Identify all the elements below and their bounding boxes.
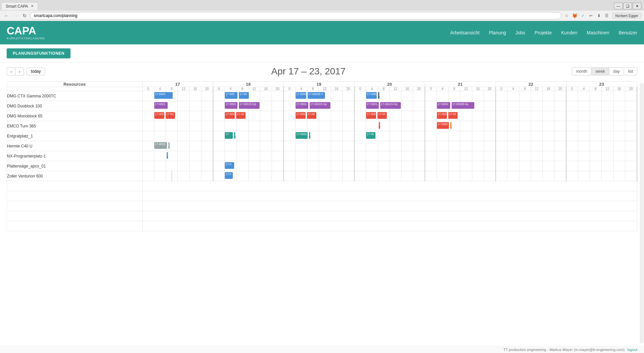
slot (613, 141, 625, 151)
slot (602, 141, 613, 151)
slot (566, 171, 578, 181)
slot (578, 101, 590, 111)
event-block[interactable]: 17-0001 (154, 102, 168, 109)
slot (284, 141, 295, 151)
event-block[interactable]: 17-00015-Gp (239, 102, 260, 109)
close-window-button[interactable]: ✕ (633, 3, 641, 9)
event-block[interactable]: 17-00005-V (308, 92, 325, 99)
planning-functions-button[interactable]: PLANUNGSFUNKTIONEN (7, 48, 70, 58)
event-block[interactable]: 17-0001 (437, 112, 447, 119)
event-block[interactable]: | (379, 122, 380, 129)
slot: 17-000 17-00 (225, 91, 236, 101)
nav-kunden[interactable]: Kunden (561, 30, 577, 35)
reload-button[interactable]: ↻ (21, 12, 28, 19)
event-block[interactable]: 17-000 (225, 92, 237, 99)
h19-16: 16 (331, 87, 342, 91)
today-button[interactable]: today (27, 67, 45, 75)
menu-icon[interactable]: ☰ (604, 12, 610, 19)
slot (201, 111, 213, 121)
h19-20: 20 (342, 87, 354, 91)
prev-period-button[interactable]: ‹ (7, 67, 15, 76)
forward-button[interactable]: → (12, 12, 19, 19)
slot (460, 151, 472, 161)
slot (460, 131, 472, 141)
event-block[interactable]: 17-0000 (437, 122, 449, 129)
url-bar[interactable] (30, 12, 561, 19)
event-block[interactable]: | (309, 132, 310, 139)
event-block[interactable]: 17-00 (307, 112, 316, 119)
event-block[interactable]: 17-0001 (225, 102, 237, 109)
event-block[interactable]: 17-00015-Gp (380, 102, 401, 109)
minimize-button[interactable]: — (614, 3, 623, 9)
slot (166, 101, 178, 111)
nav-projekte[interactable]: Projekte (535, 30, 552, 35)
download-icon[interactable]: ⬇ (596, 12, 602, 19)
resource-dmg-monoblock: DMG Monoblock 65 (7, 111, 143, 121)
event-block[interactable]: 17-00 (166, 112, 175, 119)
slot (496, 131, 507, 141)
maximize-button[interactable]: ❑ (623, 3, 632, 9)
slot (507, 141, 519, 151)
slot (248, 121, 260, 131)
event-block[interactable]: 17-0001 (296, 112, 306, 119)
event-block[interactable]: 17-0 (225, 172, 233, 179)
event-block[interactable]: 17-0000 (437, 102, 450, 109)
month-view-button[interactable]: month (572, 67, 591, 75)
event-block[interactable]: 17-00 (236, 112, 246, 119)
event-block[interactable]: | (234, 132, 235, 139)
event-block[interactable]: 17-00 (366, 132, 375, 139)
nav-planung[interactable]: Planung (489, 30, 506, 35)
event-block[interactable]: 17-0000 (154, 142, 167, 149)
resource-plattensaw: Plattensäge_apco_01 (7, 161, 143, 171)
tab-close-icon[interactable]: ✕ (31, 4, 34, 8)
event-block[interactable]: 17- (225, 132, 233, 139)
week-view-button[interactable]: week (591, 67, 609, 75)
slot (236, 131, 248, 141)
back-button[interactable]: ← (3, 12, 10, 19)
event-block[interactable]: | (167, 152, 168, 159)
event-block[interactable]: 17-0000 (296, 132, 308, 139)
event-block[interactable]: 17-0001 (225, 112, 235, 119)
slot (284, 131, 295, 141)
nav-maschinen[interactable]: Maschinen (587, 30, 609, 35)
event-block[interactable]: 17-0001 (154, 112, 164, 119)
resource-zoller: Zoller Venturion 600 (7, 171, 143, 181)
slot (437, 91, 448, 101)
nav-arbeitsansicht[interactable]: Arbeitsansicht (450, 30, 480, 35)
slot (543, 161, 554, 171)
event-block[interactable]: 17-0000 (366, 92, 377, 99)
event-block[interactable]: 17-0001 (366, 112, 376, 119)
event-block[interactable]: 17-00 (448, 112, 458, 119)
scrollbar[interactable] (640, 83, 644, 251)
slot (342, 121, 354, 131)
event-block[interactable]: 17-00008-ha (452, 102, 474, 109)
user-badge[interactable]: Norbert Egger (612, 13, 641, 19)
event-block[interactable]: 17-0000 (154, 92, 173, 99)
h17-0: 0 (142, 87, 154, 91)
slot (472, 141, 484, 151)
event-block[interactable]: 17-0000 (296, 92, 306, 99)
slot: 17-0000 | (366, 91, 378, 101)
slot (307, 151, 319, 161)
browser-tab[interactable]: Smart CAPA ✕ (1, 2, 38, 10)
slot (213, 91, 225, 101)
next-period-button[interactable]: › (15, 67, 24, 76)
slot (401, 161, 413, 171)
slot: 17-0001 17-00 (225, 111, 236, 121)
event-block[interactable]: | (168, 142, 170, 149)
list-view-button[interactable]: list (624, 67, 637, 75)
star-icon[interactable]: ☆ (564, 12, 570, 19)
slot (319, 161, 331, 171)
event-block[interactable]: 17-0001 (296, 102, 308, 109)
event-block[interactable]: | (450, 122, 452, 129)
event-block[interactable]: 17-0 (225, 162, 234, 169)
table-row (7, 201, 637, 211)
day-view-button[interactable]: day (609, 67, 624, 75)
event-block[interactable]: 17-00 (239, 92, 249, 99)
event-block[interactable]: 17-0001 (366, 102, 379, 109)
event-block[interactable]: 17-00 (377, 112, 387, 119)
nav-benutzer[interactable]: Benutzer (619, 30, 637, 35)
event-block[interactable]: 17-00015-Gp (310, 102, 330, 109)
nav-jobs[interactable]: Jobs (515, 30, 525, 35)
slot (578, 161, 590, 171)
